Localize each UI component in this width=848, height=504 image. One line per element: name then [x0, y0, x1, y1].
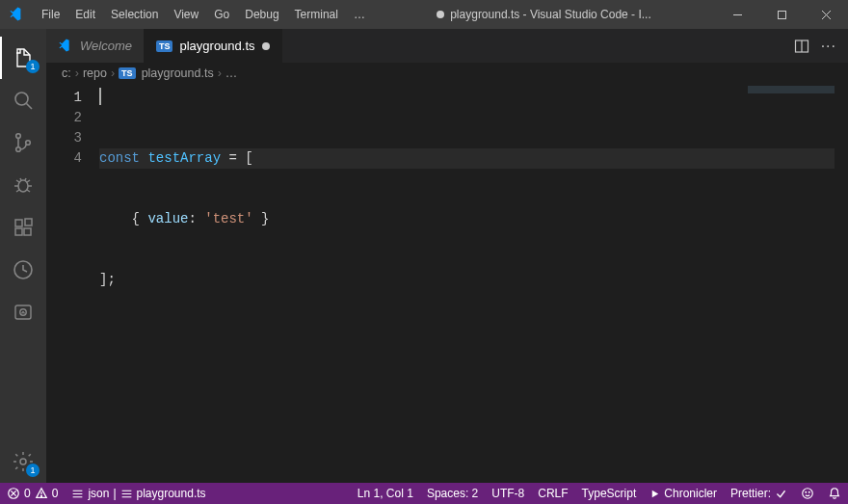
- status-bar: 0 0 json | playground.ts Ln 1, Col 1 Spa…: [0, 483, 848, 504]
- modified-dot-icon: [437, 11, 444, 18]
- line-number: 2: [46, 108, 82, 128]
- tab-welcome[interactable]: Welcome: [46, 29, 145, 63]
- line-gutter: 1 2 3 4: [46, 84, 99, 483]
- menu-view[interactable]: View: [166, 0, 206, 29]
- activity-extensions[interactable]: [0, 206, 46, 249]
- chevron-right-icon: ›: [75, 66, 79, 80]
- menu-go[interactable]: Go: [206, 0, 237, 29]
- typescript-icon: TS: [156, 40, 173, 52]
- tab-welcome-label: Welcome: [80, 39, 132, 53]
- status-notifications[interactable]: [821, 483, 848, 504]
- breadcrumb-repo[interactable]: repo: [83, 66, 107, 80]
- menu-edit[interactable]: Edit: [67, 0, 103, 29]
- activity-spellcheck[interactable]: [0, 291, 46, 333]
- split-editor-icon[interactable]: [794, 39, 809, 54]
- minimap[interactable]: [748, 86, 835, 93]
- close-button[interactable]: [804, 0, 848, 29]
- activity-source-control[interactable]: [0, 121, 46, 164]
- modified-dot-icon[interactable]: [262, 42, 270, 50]
- settings-badge: 1: [26, 464, 40, 477]
- svg-line-14: [16, 190, 19, 192]
- status-problems[interactable]: 0 0: [0, 483, 65, 504]
- explorer-badge: 1: [26, 60, 40, 73]
- svg-point-6: [16, 134, 21, 139]
- activity-explorer[interactable]: 1: [0, 37, 46, 79]
- status-prettier[interactable]: Prettier:: [724, 483, 794, 504]
- breadcrumbs[interactable]: c: › repo › TS playground.ts › …: [46, 63, 848, 84]
- activity-bar: 1 1: [0, 29, 46, 483]
- warning-count: 0: [52, 487, 59, 500]
- typescript-icon: TS: [119, 67, 136, 79]
- line-number: 1: [46, 88, 82, 108]
- maximize-button[interactable]: [759, 0, 804, 29]
- status-position[interactable]: Ln 1, Col 1: [351, 483, 420, 504]
- editor-group: Welcome TS playground.ts ··· c: › repo ›…: [46, 29, 848, 483]
- code-line: [99, 331, 835, 351]
- activity-remote[interactable]: [0, 249, 46, 291]
- vscode-logo: [0, 7, 34, 23]
- line-number: 3: [46, 128, 82, 148]
- divider: |: [113, 487, 116, 500]
- svg-point-40: [806, 491, 807, 492]
- svg-point-7: [16, 147, 21, 152]
- editor-actions: ···: [794, 29, 848, 63]
- status-outline-json[interactable]: json | playground.ts: [65, 483, 212, 504]
- menu-file[interactable]: File: [34, 0, 67, 29]
- line-number: 4: [46, 148, 82, 169]
- window-controls: [715, 0, 848, 29]
- menu-terminal[interactable]: Terminal: [287, 0, 346, 29]
- menu-overflow[interactable]: …: [346, 0, 373, 29]
- svg-point-8: [26, 141, 31, 146]
- breadcrumb-more[interactable]: …: [225, 66, 238, 80]
- svg-line-13: [27, 180, 30, 182]
- status-eol[interactable]: CRLF: [531, 483, 574, 504]
- activity-search[interactable]: [0, 79, 46, 121]
- svg-point-4: [15, 93, 28, 105]
- svg-line-15: [27, 190, 30, 192]
- status-chronicler[interactable]: Chronicler: [643, 483, 724, 504]
- svg-line-12: [16, 180, 19, 182]
- status-language[interactable]: TypeScript: [575, 483, 644, 504]
- editor[interactable]: 1 2 3 4 const testArray = [ { value: 'te…: [46, 84, 848, 483]
- breadcrumb-file[interactable]: playground.ts: [142, 66, 214, 80]
- minimize-button[interactable]: [715, 0, 759, 29]
- tab-bar: Welcome TS playground.ts ···: [46, 29, 848, 63]
- status-file: playground.ts: [137, 487, 206, 500]
- scrollbar[interactable]: [835, 84, 848, 483]
- svg-point-9: [18, 180, 28, 192]
- breadcrumb-drive[interactable]: c:: [62, 66, 71, 80]
- code-content[interactable]: const testArray = [ { value: 'test' } ];: [99, 84, 835, 483]
- menu-bar: File Edit Selection View Go Debug Termin…: [34, 0, 373, 29]
- status-chronicler-label: Chronicler: [664, 487, 717, 500]
- status-encoding[interactable]: UTF-8: [485, 483, 531, 504]
- svg-point-24: [20, 309, 26, 315]
- tab-playground-label: playground.ts: [179, 39, 254, 53]
- code-line: const testArray = [: [99, 148, 835, 169]
- code-line: ];: [99, 270, 835, 290]
- window-title-text: playground.ts - Visual Studio Code - I..…: [450, 8, 651, 21]
- svg-line-5: [27, 104, 33, 110]
- svg-line-16: [20, 178, 21, 180]
- status-json: json: [88, 487, 109, 500]
- chevron-right-icon: ›: [111, 66, 115, 80]
- svg-rect-21: [25, 219, 32, 225]
- error-count: 0: [24, 487, 31, 500]
- svg-point-32: [40, 495, 41, 496]
- menu-selection[interactable]: Selection: [103, 0, 166, 29]
- svg-rect-20: [24, 228, 31, 235]
- svg-point-39: [803, 489, 813, 499]
- status-prettier-label: Prettier:: [730, 487, 771, 500]
- tab-playground[interactable]: TS playground.ts: [145, 29, 282, 63]
- status-spaces[interactable]: Spaces: 2: [420, 483, 485, 504]
- status-feedback[interactable]: [794, 483, 821, 504]
- code-line: { value: 'test' }: [99, 209, 835, 229]
- more-actions-icon[interactable]: ···: [821, 38, 836, 55]
- svg-rect-23: [15, 305, 31, 319]
- menu-debug[interactable]: Debug: [237, 0, 286, 29]
- svg-rect-18: [15, 220, 22, 226]
- activity-settings[interactable]: 1: [0, 440, 46, 483]
- window-title: playground.ts - Visual Studio Code - I..…: [373, 8, 715, 21]
- title-bar: File Edit Selection View Go Debug Termin…: [0, 0, 848, 29]
- activity-debug[interactable]: [0, 164, 46, 206]
- svg-rect-1: [778, 11, 785, 18]
